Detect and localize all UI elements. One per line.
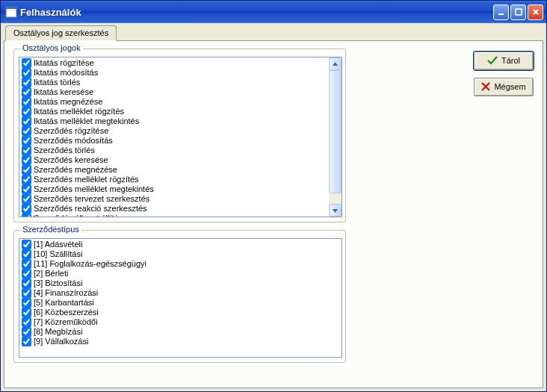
list-item-checkbox[interactable] (22, 298, 31, 308)
window-title: Felhasználók (20, 7, 493, 18)
types-checklist[interactable]: [1] Adásvételi[10] Szállítási[11] Foglal… (19, 239, 342, 357)
cancel-button-label: Mégsem (494, 83, 525, 91)
list-item-label: Szerződés keresése (34, 155, 108, 165)
list-item[interactable]: Iktatás melléklet rögzítés (21, 107, 329, 116)
list-item-label: Szerződés állapot állítás (34, 214, 123, 217)
list-item-label: [4] Finanszírozási (34, 288, 98, 298)
list-item-checkbox[interactable] (22, 194, 31, 204)
list-item-checkbox[interactable] (22, 327, 31, 337)
list-item-checkbox[interactable] (22, 249, 31, 259)
list-item-label: Szerződés módosítás (34, 136, 113, 146)
list-item-label: [2] Bérleti (34, 269, 68, 279)
list-item-checkbox[interactable] (22, 97, 31, 107)
list-item[interactable]: [7] Közreműködői (21, 317, 342, 327)
rights-scrollbar[interactable] (329, 57, 342, 217)
app-window: Felhasználók Osztályos jog szerkesztés O… (0, 0, 547, 392)
list-item-checkbox[interactable] (22, 136, 31, 146)
list-item[interactable]: Iktatás keresése (21, 87, 329, 97)
list-item[interactable]: Szerződés keresése (21, 155, 329, 165)
list-item[interactable]: [2] Bérleti (21, 269, 342, 279)
list-item-checkbox[interactable] (22, 87, 31, 97)
maximize-button[interactable] (510, 4, 526, 20)
list-item[interactable]: [3] Biztosítási (21, 279, 342, 288)
list-item-checkbox[interactable] (22, 288, 31, 298)
list-item[interactable]: [8] Megbízási (21, 327, 342, 337)
tab-rights-edit[interactable]: Osztályos jog szerkesztés (5, 25, 117, 41)
list-item[interactable]: Iktatás melléklet megtekintés (21, 116, 329, 126)
list-item-checkbox[interactable] (22, 279, 31, 288)
list-item-label: Szerződés törlés (34, 146, 95, 155)
rights-list-box: Iktatás rögzítéseIktatás módosításIktatá… (19, 57, 342, 217)
list-item[interactable]: Szerződés reakció szerkesztés (21, 204, 329, 214)
svg-rect-3 (516, 9, 522, 15)
list-item-checkbox[interactable] (22, 165, 31, 175)
list-item[interactable]: Iktatás rögzítése (21, 58, 329, 68)
cancel-button[interactable]: Mégsem (474, 78, 534, 96)
list-item[interactable]: [5] Karbantartási (21, 298, 342, 308)
x-icon (481, 82, 490, 93)
save-button[interactable]: Tárol (474, 52, 534, 70)
list-item-label: Iktatás rögzítése (34, 58, 94, 68)
list-item-checkbox[interactable] (22, 204, 31, 214)
list-item[interactable]: Szerződés törlés (21, 146, 329, 155)
scroll-track[interactable] (329, 70, 342, 204)
list-item-label: [6] Közbeszerzési (34, 308, 99, 317)
list-item-label: Iktatás módosítás (34, 68, 98, 78)
svg-rect-1 (6, 7, 16, 9)
list-item-checkbox[interactable] (22, 68, 31, 78)
list-item-checkbox[interactable] (22, 337, 31, 346)
list-item[interactable]: Szerződés megnézése (21, 165, 329, 175)
list-item-checkbox[interactable] (22, 317, 31, 327)
scroll-thumb[interactable] (329, 70, 342, 193)
types-list-box: [1] Adásvételi[10] Szállítási[11] Foglal… (19, 238, 342, 358)
list-item-checkbox[interactable] (22, 240, 31, 249)
list-item-label: [8] Megbízási (34, 327, 82, 337)
list-item-checkbox[interactable] (22, 78, 31, 87)
list-item-checkbox[interactable] (22, 126, 31, 136)
list-item[interactable]: Iktatás megnézése (21, 97, 329, 107)
list-item[interactable]: [9] Vállalkozási (21, 337, 342, 346)
group-rights-legend: Osztályos jogok (20, 43, 83, 52)
list-item-label: Szerződés reakció szerkesztés (34, 204, 147, 214)
list-item-label: Szerződés melléklet megtekintés (34, 184, 154, 194)
list-item-checkbox[interactable] (22, 146, 31, 155)
list-item-checkbox[interactable] (22, 155, 31, 165)
list-item[interactable]: Szerződés melléklet rögzítés (21, 175, 329, 184)
list-item[interactable]: [1] Adásvételi (21, 240, 342, 249)
scroll-up-button[interactable] (329, 57, 342, 70)
list-item[interactable]: Szerződés tervezet szerkesztés (21, 194, 329, 204)
client-area: Osztályos jog szerkesztés Osztályos jogo… (1, 23, 546, 391)
titlebar: Felhasználók (1, 1, 546, 23)
list-item[interactable]: [4] Finanszírozási (21, 288, 342, 298)
list-item-label: Iktatás megnézése (34, 97, 102, 107)
close-button[interactable] (528, 4, 543, 20)
list-item-checkbox[interactable] (22, 175, 31, 184)
list-item-checkbox[interactable] (22, 214, 31, 217)
rights-checklist[interactable]: Iktatás rögzítéseIktatás módosításIktatá… (19, 57, 329, 217)
list-item[interactable]: Iktatás módosítás (21, 68, 329, 78)
list-item-label: Iktatás törlés (34, 78, 80, 87)
check-icon (487, 56, 498, 66)
list-item-label: Iktatás melléklet megtekintés (34, 116, 139, 126)
list-item[interactable]: [11] Foglalkozás-egészségügyi (21, 259, 342, 269)
minimize-button[interactable] (493, 4, 509, 20)
list-item[interactable]: Szerződés módosítás (21, 136, 329, 146)
list-item[interactable]: Szerződés rögzítése (21, 126, 329, 136)
list-item-checkbox[interactable] (22, 107, 31, 116)
list-item[interactable]: Szerződés melléklet megtekintés (21, 184, 329, 194)
list-item-checkbox[interactable] (22, 269, 31, 279)
list-item[interactable]: [10] Szállítási (21, 249, 342, 259)
list-item[interactable]: Iktatás törlés (21, 78, 329, 87)
list-item[interactable]: Szerződés állapot állítás (21, 214, 329, 217)
app-icon (5, 6, 17, 18)
list-item-label: [3] Biztosítási (34, 279, 82, 288)
list-item-checkbox[interactable] (22, 308, 31, 317)
list-item-checkbox[interactable] (22, 184, 31, 194)
list-item-checkbox[interactable] (22, 116, 31, 126)
group-rights: Osztályos jogok Iktatás rögzítéseIktatás… (13, 49, 346, 223)
list-item-label: Szerződés melléklet rögzítés (34, 175, 139, 184)
list-item-checkbox[interactable] (22, 58, 31, 68)
scroll-down-button[interactable] (329, 204, 342, 217)
list-item-checkbox[interactable] (22, 259, 31, 269)
list-item[interactable]: [6] Közbeszerzési (21, 308, 342, 317)
